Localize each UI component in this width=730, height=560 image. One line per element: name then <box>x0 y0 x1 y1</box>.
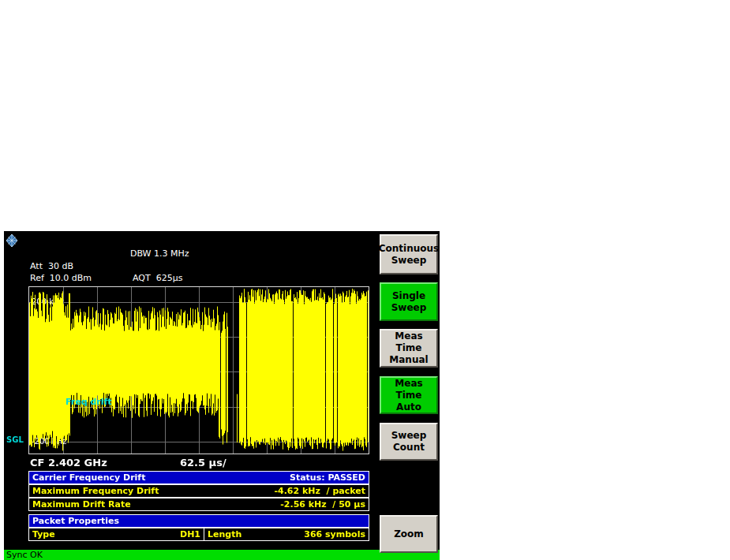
table-row-type-length: Type DH1 Length 366 symbols <box>28 528 369 541</box>
table-row-carrier-frequency-drift: Carrier Frequency Drift Status: PASSED <box>28 471 369 484</box>
continuous-sweep-button[interactable]: Continuous Sweep <box>380 234 438 274</box>
softkey-line2: Sweep <box>391 255 427 267</box>
softkey-line2: Auto <box>396 401 421 413</box>
table-row-max-drift-rate: Maximum Drift Rate -2.56 kHz / 50 µs <box>28 498 369 511</box>
marker-label: Freq drift <box>66 397 112 407</box>
analyzer-screen: DBW 1.3 MHz Att 30 dB Ref 10.0 dBm AQT 6… <box>4 231 440 560</box>
type-label: Type <box>32 529 55 539</box>
length-cell: Length 366 symbols <box>204 528 369 540</box>
softkey-column: Continuous Sweep Single Sweep Meas Time … <box>380 231 438 560</box>
status-badge: Status: PASSED <box>290 472 365 483</box>
zoom-button[interactable]: Zoom <box>380 515 438 553</box>
reference-level-label: Ref 10.0 dBm <box>30 273 92 283</box>
softkey-line1: Zoom <box>394 528 424 540</box>
row-value: -2.56 kHz / 50 µs <box>280 499 365 510</box>
meas-time-auto-button[interactable]: Meas Time Auto <box>380 376 438 414</box>
sweep-count-button[interactable]: Sweep Count <box>380 423 438 461</box>
meas-time-manual-button[interactable]: Meas Time Manual <box>380 329 438 368</box>
type-cell: Type DH1 <box>29 528 204 540</box>
softkey-line1: Meas Time <box>381 330 436 354</box>
demod-bandwidth-label: DBW 1.3 MHz <box>130 248 189 259</box>
row-title: Packet Properties <box>32 516 119 526</box>
length-label: Length <box>208 529 241 539</box>
row-value: -4.62 kHz / packet <box>274 486 365 496</box>
trace-canvas <box>29 287 369 454</box>
softkey-line1: Meas Time <box>381 378 436 401</box>
softkey-line1: Continuous <box>379 243 439 255</box>
softkey-line2: Count <box>393 442 425 454</box>
softkey-line1: Single <box>392 290 425 302</box>
sync-status-bar: Sync OK <box>4 550 440 560</box>
row-label: Maximum Frequency Drift <box>32 486 159 496</box>
center-frequency-label: CF 2.402 GHz <box>30 457 107 469</box>
attenuation-label: Att 30 dB <box>30 261 73 271</box>
softkey-line1: Sweep <box>391 430 427 442</box>
fm-deviation-graph: 200 kHz 100 kHz 0 kHz -100 kHz -200 kHz … <box>28 286 369 454</box>
softkey-line2: Manual <box>389 354 428 366</box>
type-value: DH1 <box>180 529 200 539</box>
single-sweep-mode-indicator: SGL <box>6 435 24 444</box>
rs-logo-icon <box>6 233 18 251</box>
timebase-label: 62.5 µs/ <box>180 457 226 469</box>
table-row-packet-properties: Packet Properties <box>28 514 369 528</box>
acquisition-time-label: AQT 625µs <box>133 273 182 283</box>
table-row-max-frequency-drift: Maximum Frequency Drift -4.62 kHz / pack… <box>28 484 369 498</box>
row-title: Carrier Frequency Drift <box>32 472 145 483</box>
single-sweep-button[interactable]: Single Sweep <box>380 282 438 321</box>
length-value: 366 symbols <box>304 529 365 539</box>
softkey-line2: Sweep <box>391 302 427 314</box>
row-label: Maximum Drift Rate <box>32 499 131 510</box>
